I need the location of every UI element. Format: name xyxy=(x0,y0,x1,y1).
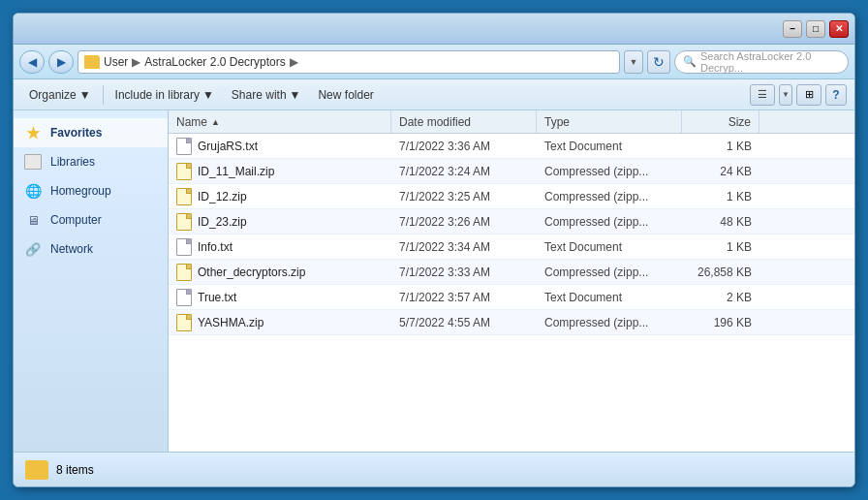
address-dropdown-button[interactable]: ▼ xyxy=(624,50,643,74)
zip-file-icon xyxy=(176,188,192,205)
close-button[interactable]: ✕ xyxy=(829,20,849,38)
explorer-window: – □ ✕ ◀ ▶ User ▶ AstraLocker 2.0 Decrypt… xyxy=(13,13,855,487)
share-dropdown-icon: ▼ xyxy=(290,88,301,102)
sidebar-item-favorites[interactable]: ★ Favorites xyxy=(14,118,168,147)
file-list-header: Name ▲ Date modified Type Size xyxy=(169,110,854,134)
include-library-button[interactable]: Include in library ▼ xyxy=(108,83,222,107)
minimize-button[interactable]: – xyxy=(783,20,802,38)
col-header-date[interactable]: Date modified xyxy=(391,110,537,133)
sidebar-item-network[interactable]: 🔗 Network xyxy=(14,234,168,264)
file-type-cell: Text Document xyxy=(537,240,682,254)
file-name-cell: GrujaRS.txt xyxy=(169,138,391,155)
organize-dropdown-icon: ▼ xyxy=(79,88,91,102)
table-row[interactable]: ID_12.zip 7/1/2022 3:25 AM Compressed (z… xyxy=(169,184,854,209)
help-button[interactable]: ? xyxy=(825,84,847,106)
search-box[interactable]: 🔍 Search AstraLocker 2.0 Decryp... xyxy=(674,50,849,74)
preview-pane-button[interactable]: ⊞ xyxy=(796,84,822,106)
sidebar-label-libraries: Libraries xyxy=(50,155,95,169)
file-name-cell: YASHMA.zip xyxy=(169,314,391,331)
path-user: User xyxy=(104,55,128,69)
file-type-cell: Text Document xyxy=(537,291,682,304)
view-dropdown-button[interactable]: ▼ xyxy=(779,84,792,106)
refresh-button[interactable]: ↻ xyxy=(647,50,670,74)
title-bar: – □ ✕ xyxy=(14,14,854,45)
view-button[interactable]: ☰ xyxy=(750,84,775,106)
file-type-cell: Compressed (zipp... xyxy=(537,316,682,329)
main-area: ★ Favorites Libraries 🌐 Homegroup 🖥 xyxy=(14,110,854,452)
table-row[interactable]: GrujaRS.txt 7/1/2022 3:36 AM Text Docume… xyxy=(169,134,854,159)
organize-label: Organize xyxy=(29,88,77,102)
col-header-type[interactable]: Type xyxy=(537,110,682,133)
txt-file-icon xyxy=(176,289,192,306)
file-area: Name ▲ Date modified Type Size GrujaRS.t… xyxy=(169,110,854,452)
sidebar-item-computer[interactable]: 🖥 Computer xyxy=(14,205,168,234)
file-size-cell: 196 KB xyxy=(682,316,760,329)
sidebar-label-computer: Computer xyxy=(50,213,102,227)
toolbar-separator-1 xyxy=(103,85,104,105)
file-rows-container: GrujaRS.txt 7/1/2022 3:36 AM Text Docume… xyxy=(169,134,854,335)
txt-file-icon xyxy=(176,138,192,155)
address-path[interactable]: User ▶ AstraLocker 2.0 Decryptors ▶ xyxy=(78,50,620,74)
file-size-cell: 1 KB xyxy=(682,190,760,203)
toolbar-right: ☰ ▼ ⊞ ? xyxy=(750,84,847,106)
favorites-icon: ★ xyxy=(23,124,43,141)
file-size-cell: 2 KB xyxy=(682,291,760,304)
status-bar: 8 items xyxy=(14,452,854,486)
file-date-cell: 7/1/2022 3:33 AM xyxy=(391,266,537,279)
file-type-cell: Compressed (zipp... xyxy=(537,266,682,279)
file-type-cell: Compressed (zipp... xyxy=(537,215,682,229)
file-size-cell: 1 KB xyxy=(682,240,760,254)
sidebar-label-favorites: Favorites xyxy=(50,126,102,140)
table-row[interactable]: ID_23.zip 7/1/2022 3:26 AM Compressed (z… xyxy=(169,209,854,234)
file-type-cell: Text Document xyxy=(537,140,682,153)
folder-icon xyxy=(84,55,100,69)
sort-arrow: ▲ xyxy=(211,117,220,127)
include-label: Include in library xyxy=(115,88,200,102)
item-count: 8 items xyxy=(56,463,94,477)
status-folder-icon xyxy=(25,460,48,480)
new-folder-button[interactable]: New folder xyxy=(310,83,381,107)
zip-file-icon xyxy=(176,314,192,331)
address-bar: ◀ ▶ User ▶ AstraLocker 2.0 Decryptors ▶ … xyxy=(14,45,854,79)
file-name-cell: ID_23.zip xyxy=(169,213,391,231)
file-size-cell: 24 KB xyxy=(682,165,760,178)
file-date-cell: 5/7/2022 4:55 AM xyxy=(391,316,537,329)
table-row[interactable]: YASHMA.zip 5/7/2022 4:55 AM Compressed (… xyxy=(169,310,854,335)
search-placeholder: Search AstraLocker 2.0 Decryp... xyxy=(700,50,840,74)
file-type-cell: Compressed (zipp... xyxy=(537,165,682,178)
file-date-cell: 7/1/2022 3:25 AM xyxy=(391,190,537,203)
maximize-button[interactable]: □ xyxy=(806,20,825,38)
file-type-cell: Compressed (zipp... xyxy=(537,190,682,203)
col-header-size[interactable]: Size xyxy=(682,110,760,133)
file-size-cell: 26,858 KB xyxy=(682,266,760,279)
forward-button[interactable]: ▶ xyxy=(48,50,74,74)
table-row[interactable]: ID_11_Mail.zip 7/1/2022 3:24 AM Compress… xyxy=(169,159,854,184)
file-date-cell: 7/1/2022 3:36 AM xyxy=(391,140,537,153)
file-size-cell: 48 KB xyxy=(682,215,760,229)
file-name-cell: Info.txt xyxy=(169,238,391,256)
table-row[interactable]: Info.txt 7/1/2022 3:34 AM Text Document … xyxy=(169,234,854,260)
table-row[interactable]: True.txt 7/1/2022 3:57 AM Text Document … xyxy=(169,285,854,310)
sidebar: ★ Favorites Libraries 🌐 Homegroup 🖥 xyxy=(14,110,169,452)
sidebar-item-homegroup[interactable]: 🌐 Homegroup xyxy=(14,176,168,205)
search-icon: 🔍 xyxy=(683,55,697,68)
sidebar-item-libraries[interactable]: Libraries xyxy=(14,147,168,176)
share-with-button[interactable]: Share with ▼ xyxy=(224,83,309,107)
file-date-cell: 7/1/2022 3:34 AM xyxy=(391,240,537,254)
table-row[interactable]: Other_decryptors.zip 7/1/2022 3:33 AM Co… xyxy=(169,260,854,285)
sidebar-label-network: Network xyxy=(50,242,93,256)
path-sep-1: ▶ xyxy=(132,55,140,69)
file-size-cell: 1 KB xyxy=(682,140,760,153)
computer-icon: 🖥 xyxy=(23,211,43,229)
file-name-cell: Other_decryptors.zip xyxy=(169,264,391,281)
zip-file-icon xyxy=(176,213,192,231)
sidebar-label-homegroup: Homegroup xyxy=(50,184,111,198)
back-button[interactable]: ◀ xyxy=(19,50,45,74)
new-folder-label: New folder xyxy=(318,88,373,102)
col-header-name[interactable]: Name ▲ xyxy=(169,110,391,133)
toolbar: Organize ▼ Include in library ▼ Share wi… xyxy=(14,79,854,110)
txt-file-icon xyxy=(176,238,192,256)
file-date-cell: 7/1/2022 3:57 AM xyxy=(391,291,537,304)
organize-button[interactable]: Organize ▼ xyxy=(21,83,99,107)
zip-file-icon xyxy=(176,163,192,180)
